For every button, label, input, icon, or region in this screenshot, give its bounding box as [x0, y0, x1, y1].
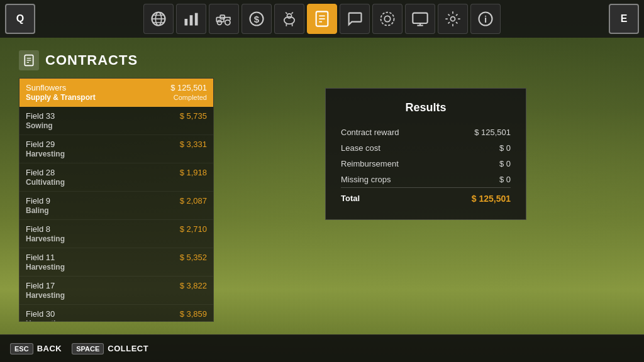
result-row: Missing crops $ 0	[341, 172, 511, 188]
contract-field: Field 11	[26, 253, 55, 262]
svg-point-27	[381, 13, 394, 26]
contract-field: Field 33	[26, 111, 55, 121]
back-label: BACK	[37, 344, 62, 353]
back-key: ESC	[10, 343, 33, 354]
result-total-row: Total $ 125,501	[341, 189, 511, 207]
svg-line-21	[292, 13, 293, 14]
total-value: $ 125,501	[442, 189, 511, 207]
nav-vehicles-button[interactable]	[372, 4, 402, 34]
contract-amount: $ 1,918	[180, 168, 207, 177]
svg-point-17	[287, 14, 292, 18]
main-content: CONTRACTS Sunflowers $ 125,501 Supply & …	[0, 38, 644, 334]
contract-field: Field 17	[26, 281, 55, 290]
contract-item[interactable]: Field 29 $ 3,331 Harvesting	[19, 135, 213, 163]
nav-globe-button[interactable]	[143, 4, 174, 34]
contract-type: Cultivating	[26, 178, 65, 187]
total-label: Total	[341, 189, 442, 207]
contract-amount: $ 2,087	[180, 196, 207, 206]
contract-amount: $ 3,331	[180, 140, 207, 149]
nav-icons: $ i	[143, 4, 501, 34]
result-value: $ 0	[442, 156, 511, 172]
contract-amount: $ 3,859	[180, 309, 207, 319]
svg-point-11	[225, 20, 230, 25]
svg-point-10	[218, 20, 222, 25]
stats-icon	[182, 10, 200, 28]
contract-item[interactable]: Field 28 $ 1,918 Cultivating	[19, 163, 213, 192]
contract-item[interactable]: Field 33 $ 5,735 Sowing	[19, 107, 213, 135]
animal-icon	[280, 10, 298, 28]
contract-amount: $ 2,710	[180, 224, 207, 234]
svg-rect-28	[413, 13, 427, 23]
results-box: Results Contract reward $ 125,501 Lease …	[325, 88, 526, 220]
contract-status: Completed	[174, 94, 207, 101]
money-icon: $	[248, 10, 265, 28]
result-label: Reimbursement	[341, 156, 442, 172]
nav-missions-button[interactable]	[340, 4, 370, 34]
contract-item[interactable]: Field 9 $ 2,087 Baling	[19, 192, 213, 220]
contract-field: Field 28	[26, 168, 55, 177]
topbar-right: E	[609, 4, 639, 34]
q-key-button[interactable]: Q	[5, 4, 35, 34]
result-row: Contract reward $ 125,501	[341, 124, 511, 140]
result-label: Lease cost	[341, 140, 442, 156]
contracts-icon	[313, 10, 331, 28]
contract-item[interactable]: Field 30 $ 3,859 Harvesting	[19, 305, 213, 322]
contract-item[interactable]: Field 8 $ 2,710 Harvesting	[19, 220, 213, 248]
contract-type: Harvesting	[26, 319, 65, 322]
contract-type: Harvesting	[26, 263, 65, 272]
svg-rect-6	[190, 15, 193, 25]
svg-point-31	[451, 17, 455, 21]
contracts-panel: CONTRACTS Sunflowers $ 125,501 Supply & …	[19, 50, 214, 322]
contract-amount: $ 5,735	[180, 111, 207, 121]
svg-rect-7	[195, 13, 198, 26]
svg-point-26	[384, 16, 390, 21]
contract-item[interactable]: Field 17 $ 3,822 Harvesting	[19, 277, 213, 305]
bottombar: ESC BACK SPACE COLLECT	[0, 334, 644, 362]
contract-amount: $ 3,822	[180, 281, 207, 290]
contracts-heading-icon	[23, 54, 35, 67]
collect-button[interactable]: SPACE COLLECT	[72, 343, 148, 354]
result-label: Contract reward	[341, 124, 442, 140]
map2-icon	[411, 10, 429, 28]
contract-item[interactable]: Field 11 $ 5,352 Harvesting	[19, 248, 213, 277]
nav-contracts-button[interactable]	[307, 4, 337, 34]
production-icon	[444, 10, 462, 28]
contract-field: Sunflowers	[26, 83, 66, 92]
contract-field: Field 8	[26, 224, 50, 234]
nav-production-button[interactable]	[438, 4, 468, 34]
svg-line-20	[286, 13, 287, 14]
nav-tractor-button[interactable]	[209, 4, 239, 34]
contracts-title-icon	[19, 50, 39, 70]
contract-type: Harvesting	[26, 291, 65, 300]
result-label: Missing crops	[341, 172, 442, 188]
topbar-left: Q	[5, 4, 35, 34]
result-value: $ 0	[442, 140, 511, 156]
contract-type: Supply & Transport	[26, 93, 96, 102]
collect-label: COLLECT	[108, 344, 148, 353]
results-panel: Results Contract reward $ 125,501 Lease …	[226, 50, 625, 322]
result-row: Reimbursement $ 0	[341, 156, 511, 172]
contracts-list[interactable]: Sunflowers $ 125,501 Supply & Transport …	[19, 78, 214, 322]
result-value: $ 125,501	[442, 124, 511, 140]
contract-field: Field 30	[26, 309, 55, 319]
svg-rect-5	[185, 19, 188, 26]
contracts-heading: CONTRACTS	[45, 52, 138, 69]
contract-field: Field 29	[26, 140, 55, 149]
results-table: Contract reward $ 125,501 Lease cost $ 0…	[341, 124, 511, 207]
vehicles-icon	[379, 10, 396, 28]
contract-type: Harvesting	[26, 150, 65, 158]
nav-animal-button[interactable]	[274, 4, 304, 34]
svg-text:$: $	[254, 14, 260, 25]
back-button[interactable]: ESC BACK	[10, 343, 62, 354]
contract-type: Baling	[26, 206, 49, 215]
nav-stats-button[interactable]	[176, 4, 206, 34]
e-key-button[interactable]: E	[609, 4, 639, 34]
nav-money-button[interactable]: $	[242, 4, 272, 34]
missions-icon	[346, 10, 364, 28]
contracts-title: CONTRACTS	[19, 50, 214, 70]
results-title: Results	[341, 101, 511, 114]
contract-item[interactable]: Sunflowers $ 125,501 Supply & Transport …	[19, 79, 213, 107]
nav-help-button[interactable]: i	[470, 4, 501, 34]
nav-map2-button[interactable]	[405, 4, 435, 34]
collect-key: SPACE	[72, 343, 104, 354]
